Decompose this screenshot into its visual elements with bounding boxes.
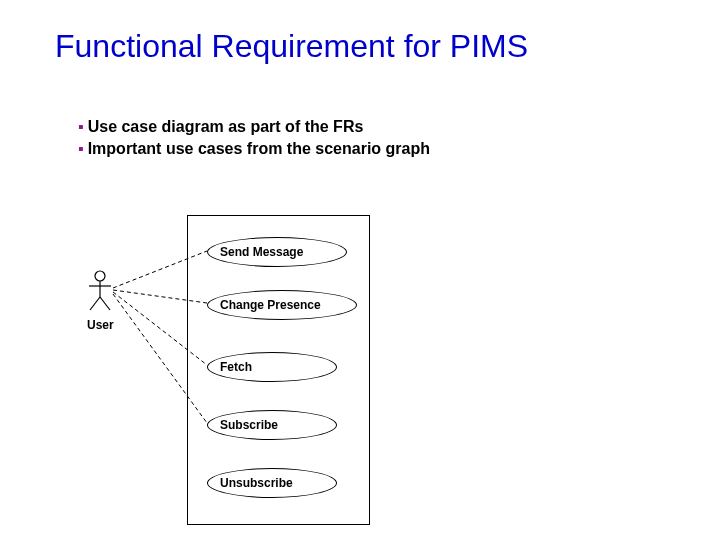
bullet-icon: ▪ — [78, 140, 84, 157]
usecase-subscribe: Subscribe — [207, 410, 337, 440]
page-title: Functional Requirement for PIMS — [55, 28, 528, 65]
svg-line-7 — [90, 297, 100, 310]
usecase-fetch: Fetch — [207, 352, 337, 382]
usecase-send-message: Send Message — [207, 237, 347, 267]
usecase-label: Subscribe — [220, 418, 278, 432]
bullet-list: ▪Use case diagram as part of the FRs ▪Im… — [78, 116, 430, 159]
bullet-text-1: Use case diagram as part of the FRs — [88, 118, 364, 135]
usecase-change-presence: Change Presence — [207, 290, 357, 320]
svg-line-8 — [100, 297, 110, 310]
bullet-item-2: ▪Important use cases from the scenario g… — [78, 138, 430, 160]
svg-point-4 — [95, 271, 105, 281]
bullet-icon: ▪ — [78, 118, 84, 135]
usecase-label: Send Message — [220, 245, 303, 259]
actor-icon — [87, 270, 113, 312]
usecase-label: Fetch — [220, 360, 252, 374]
usecase-label: Change Presence — [220, 298, 321, 312]
usecase-label: Unsubscribe — [220, 476, 293, 490]
bullet-item-1: ▪Use case diagram as part of the FRs — [78, 116, 430, 138]
bullet-text-2: Important use cases from the scenario gr… — [88, 140, 430, 157]
usecase-unsubscribe: Unsubscribe — [207, 468, 337, 498]
actor-label: User — [87, 318, 114, 332]
